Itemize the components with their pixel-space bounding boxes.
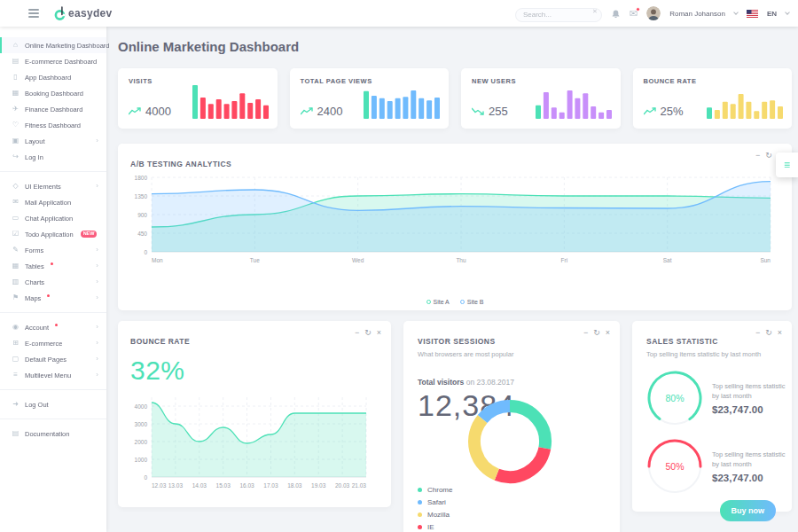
legend-item-site-b[interactable]: Site B xyxy=(460,299,484,305)
ab-testing-chart: 045090013501800MonTueWedThuFriSatSun xyxy=(129,168,781,268)
legend-marker xyxy=(426,300,431,304)
search-input[interactable] xyxy=(515,8,602,22)
total-visitors-label: Total visitors xyxy=(418,378,464,387)
chevron-right-icon: › xyxy=(96,294,98,301)
sidebar-item-log-out[interactable]: ➜Log Out xyxy=(0,396,106,412)
sidebar-item-finance-dashboard[interactable]: ✈Finance Dashboard xyxy=(0,101,106,117)
sales-row: 80% Top selling items statistic by last … xyxy=(646,370,778,426)
sidebar-section: ◉Account›⊞E-commerce›▢Default Pages›≡Mul… xyxy=(0,312,106,389)
card-subtitle: Top selling items statistic by last mont… xyxy=(646,350,778,358)
logout-icon: ➜ xyxy=(12,401,20,408)
sidebar-item-label: Online Marketing Dashboard xyxy=(25,42,109,50)
trend-up-icon xyxy=(644,103,656,119)
sidebar-item-label: Maps xyxy=(25,294,41,302)
refresh-button[interactable]: ↻ xyxy=(765,329,772,337)
sidebar-item-e-commerce-dashboard[interactable]: ▤E-commerce Dashboard xyxy=(0,53,106,69)
bounce-rate-chart: 0100020003000400012.0313.0314.0315.0316.… xyxy=(129,388,380,493)
sidebar-item-documentation[interactable]: ▤Documentation xyxy=(0,426,106,442)
sidebar-item-forms[interactable]: ✎Forms› xyxy=(0,242,106,258)
chevron-down-icon xyxy=(733,10,739,15)
sales-desc: Top selling items statistic by last mont… xyxy=(712,450,786,470)
theme-customizer-button[interactable]: ≡ xyxy=(776,153,798,177)
sidebar-item-app-dashboard[interactable]: ▯App Dashboard xyxy=(0,69,106,85)
sidebar-item-label: Account xyxy=(25,324,49,332)
sidebar-item-multilevel-menu[interactable]: ≡Multilevel Menu› xyxy=(0,367,106,383)
topbar-right: ✕ ✉ Roman Johanson xyxy=(515,4,789,22)
gauge-80: 80% xyxy=(646,370,703,426)
minimize-button[interactable]: − xyxy=(355,329,359,337)
sales-row: 50% Top selling items statistic by last … xyxy=(646,438,778,495)
sidebar-item-label: Forms xyxy=(25,246,43,254)
sidebar-item-label: Default Pages xyxy=(25,356,66,364)
file-icon: ▢ xyxy=(12,356,20,363)
sidebar-item-log-in[interactable]: ↪Log In xyxy=(0,149,106,165)
sidebar-item-label: Multilevel Menu xyxy=(25,372,71,379)
logo-text: easydev xyxy=(68,7,112,20)
rocket-icon: ✈ xyxy=(12,106,20,113)
notification-dot xyxy=(55,324,58,326)
sidebar-item-label: Mail Application xyxy=(25,199,71,207)
page-title: Online Marketing Dashboard xyxy=(118,39,792,54)
sidebar-item-label: App Dashboard xyxy=(25,74,71,82)
sidebar-item-charts[interactable]: ▥Charts› xyxy=(0,274,106,290)
mini-bar-chart xyxy=(364,83,440,119)
refresh-button[interactable]: ↻ xyxy=(364,329,372,337)
sidebar-item-layout[interactable]: ▣Layout› xyxy=(0,133,106,149)
language-selector[interactable]: EN xyxy=(767,10,777,18)
sidebar-item-online-marketing-dashboard[interactable]: ⌂Online Marketing Dashboard xyxy=(0,37,106,53)
stat-card-total-page-views: TOTAL PAGE VIEWS2400 xyxy=(290,68,450,129)
card-title: A/B TESTING ANALYTICS xyxy=(130,160,231,168)
heart-icon: ♡ xyxy=(12,121,20,129)
chevron-right-icon: › xyxy=(96,356,98,363)
clear-search-icon[interactable]: ✕ xyxy=(592,8,598,14)
svg-text:450: 450 xyxy=(137,231,147,237)
sidebar-item-booking-dashboard[interactable]: ▦Booking Dashboard xyxy=(0,85,106,101)
smartphone-icon: ▯ xyxy=(12,74,20,81)
sidebar-section: ▤Documentation xyxy=(0,419,106,448)
svg-text:17.03: 17.03 xyxy=(263,482,278,489)
mail-button[interactable]: ✉ xyxy=(630,9,638,19)
close-button[interactable]: × xyxy=(778,329,782,337)
sidebar-item-label: Finance Dashboard xyxy=(25,106,82,113)
menu-toggle-button[interactable] xyxy=(28,9,39,18)
close-button[interactable]: × xyxy=(606,329,610,337)
svg-text:0: 0 xyxy=(144,249,147,255)
sidebar-item-e-commerce[interactable]: ⊞E-commerce› xyxy=(0,335,106,351)
sidebar-item-chat-application[interactable]: ▭Chat Application xyxy=(0,210,106,226)
minimize-button[interactable]: − xyxy=(583,329,588,337)
legend-item-site-a[interactable]: Site A xyxy=(426,299,450,305)
notifications-button[interactable] xyxy=(611,9,621,19)
sidebar-item-tables[interactable]: ▦Tables› xyxy=(0,258,106,274)
legend-item-ie: IE xyxy=(418,523,452,531)
avatar[interactable] xyxy=(646,6,661,20)
sidebar-item-label: Tables xyxy=(25,262,44,270)
logo[interactable]: easydev xyxy=(54,6,112,21)
sidebar-item-mail-application[interactable]: ✉Mail Application xyxy=(0,194,106,210)
sidebar-item-maps[interactable]: ⚑Maps› xyxy=(0,290,106,306)
sidebar-item-default-pages[interactable]: ▢Default Pages› xyxy=(0,351,106,367)
sidebar-item-fitness-dashboard[interactable]: ♡Fitness Dashboard xyxy=(0,117,106,133)
legend-item-mozilla: Mozilla xyxy=(418,511,452,519)
sidebar-item-account[interactable]: ◉Account› xyxy=(0,319,106,335)
us-flag-icon xyxy=(747,10,758,18)
bell-icon xyxy=(611,9,621,19)
close-button[interactable]: × xyxy=(377,329,381,337)
stat-card-visits: VISITS4000 xyxy=(118,68,278,129)
minimize-button[interactable]: − xyxy=(755,329,760,337)
trend-up-icon xyxy=(301,103,313,119)
buy-now-button[interactable]: Buy now xyxy=(720,500,777,521)
refresh-button[interactable]: ↻ xyxy=(593,329,600,337)
refresh-button[interactable]: ↻ xyxy=(765,152,772,160)
minimize-button[interactable]: − xyxy=(755,152,760,160)
card-title: SALES STATISTIC xyxy=(646,337,718,346)
user-menu[interactable]: Roman Johanson xyxy=(669,10,725,18)
sidebar-section: ➜Log Out xyxy=(0,389,106,419)
menu-icon: ≡ xyxy=(12,372,20,379)
sidebar-item-label: Layout xyxy=(25,137,45,145)
stat-card-value: 4000 xyxy=(145,105,171,118)
sidebar-item-ui-elements[interactable]: ◇UI Elements› xyxy=(0,178,106,194)
svg-text:0: 0 xyxy=(144,474,147,481)
legend-item-safari: Safari xyxy=(418,498,452,506)
diamond-icon: ◇ xyxy=(12,183,20,190)
sidebar-item-todo-application[interactable]: ☑Todo ApplicationNEW xyxy=(0,226,106,242)
